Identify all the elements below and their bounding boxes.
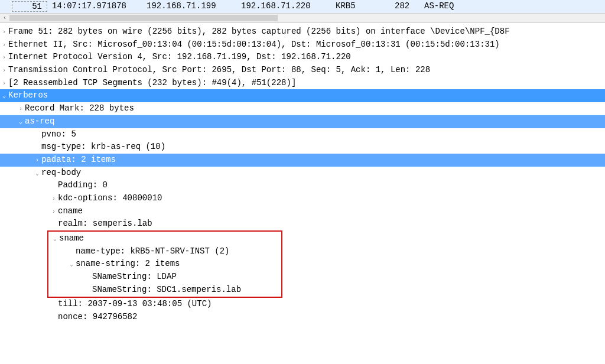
spacer-icon: ·	[84, 286, 92, 295]
tree-cname[interactable]: › cname	[0, 205, 605, 218]
tree-label: nonce: 942796582	[58, 311, 137, 324]
packet-col-no: 51	[12, 1, 47, 12]
spacer-icon: ·	[84, 273, 92, 282]
chevron-down-icon[interactable]: ⌄	[51, 235, 59, 244]
tree-label: Record Mark: 228 bytes	[25, 102, 134, 115]
tree-label: Ethernet II, Src: Microsof_00:13:04 (00:…	[8, 38, 500, 51]
chevron-right-icon[interactable]: ›	[0, 28, 8, 37]
spacer-icon: ·	[33, 131, 41, 140]
chevron-right-icon[interactable]: ›	[0, 53, 8, 63]
scrollbar-thumb[interactable]	[9, 15, 278, 21]
tree-name-type[interactable]: · name-type: kRB5-NT-SRV-INST (2)	[48, 245, 281, 258]
packet-col-len: 282	[390, 1, 419, 12]
tree-label: as-req	[25, 115, 54, 128]
tree-tcp[interactable]: › Transmission Control Protocol, Src Por…	[0, 64, 605, 77]
chevron-right-icon[interactable]: ›	[50, 207, 58, 217]
tree-req-body[interactable]: ⌄ req-body	[0, 167, 605, 180]
chevron-right-icon[interactable]: ›	[17, 105, 25, 114]
tree-label: name-type: kRB5-NT-SRV-INST (2)	[76, 245, 229, 258]
tree-label: till: 2037-09-13 03:48:05 (UTC)	[58, 298, 212, 311]
tree-label: msg-type: krb-as-req (10)	[41, 141, 165, 154]
horizontal-scrollbar[interactable]: ‹	[0, 14, 605, 23]
tree-label: kdc-options: 40800010	[58, 192, 162, 205]
tree-kdc-options[interactable]: › kdc-options: 40800010	[0, 192, 605, 205]
spacer-icon: ·	[50, 220, 58, 229]
chevron-down-icon[interactable]: ⌄	[67, 260, 76, 269]
tree-label: SNameString: LDAP	[92, 271, 177, 284]
scroll-left-icon[interactable]: ‹	[0, 14, 9, 22]
tree-padata[interactable]: › padata: 2 items	[0, 154, 605, 167]
tree-label: pvno: 5	[41, 128, 76, 141]
tree-label: Transmission Control Protocol, Src Port:…	[8, 64, 430, 77]
chevron-right-icon[interactable]: ›	[33, 156, 41, 165]
tree-pvno[interactable]: · pvno: 5	[0, 128, 605, 141]
tree-label: padata: 2 items	[41, 154, 116, 167]
tree-label: SNameString: SDC1.semperis.lab	[92, 284, 241, 297]
spacer-icon: ·	[67, 248, 76, 257]
spacer-icon: ·	[50, 181, 58, 191]
chevron-down-icon[interactable]: ⌄	[0, 92, 8, 101]
tree-ethernet[interactable]: › Ethernet II, Src: Microsof_00:13:04 (0…	[0, 38, 605, 51]
spacer-icon: ·	[33, 143, 41, 152]
packet-list: 51 14:07:17.971878 192.168.71.199 192.16…	[0, 0, 605, 14]
packet-col-time: 14:07:17.971878	[47, 1, 142, 12]
tree-sname-item[interactable]: · SNameString: LDAP	[48, 271, 281, 284]
tree-kerberos[interactable]: ⌄ Kerberos	[0, 89, 605, 102]
tree-label: sname	[59, 232, 84, 245]
tree-as-req[interactable]: ⌄ as-req	[0, 115, 605, 128]
tree-label: realm: semperis.lab	[58, 217, 152, 230]
tree-reassembled[interactable]: › [2 Reassembled TCP Segments (232 bytes…	[0, 77, 605, 90]
packet-col-dst: 192.168.71.220	[236, 1, 331, 12]
chevron-right-icon[interactable]: ›	[50, 194, 58, 204]
tree-sname[interactable]: ⌄ sname	[48, 232, 281, 245]
spacer-icon: ·	[50, 300, 58, 310]
tree-till[interactable]: · till: 2037-09-13 03:48:05 (UTC)	[0, 298, 605, 311]
tree-label: [2 Reassembled TCP Segments (232 bytes):…	[8, 77, 296, 90]
packet-col-proto: KRB5	[331, 1, 390, 12]
packet-col-src: 192.168.71.199	[142, 1, 236, 12]
packet-col-info: AS-REQ	[419, 1, 605, 12]
tree-ip[interactable]: › Internet Protocol Version 4, Src: 192.…	[0, 51, 605, 64]
tree-sname-item[interactable]: · SNameString: SDC1.semperis.lab	[48, 284, 281, 297]
highlight-box-sname: ⌄ sname · name-type: kRB5-NT-SRV-INST (2…	[47, 230, 282, 298]
chevron-down-icon[interactable]: ⌄	[33, 169, 41, 178]
chevron-right-icon[interactable]: ›	[0, 41, 8, 50]
tree-padding[interactable]: · Padding: 0	[0, 179, 605, 192]
tree-label: Padding: 0	[58, 179, 108, 192]
tree-frame[interactable]: › Frame 51: 282 bytes on wire (2256 bits…	[0, 25, 605, 38]
packet-details: › Frame 51: 282 bytes on wire (2256 bits…	[0, 23, 605, 324]
tree-label: Internet Protocol Version 4, Src: 192.16…	[8, 51, 351, 64]
tree-label: sname-string: 2 items	[76, 258, 180, 271]
tree-nonce[interactable]: · nonce: 942796582	[0, 311, 605, 324]
tree-label: req-body	[41, 167, 81, 180]
tree-label: cname	[58, 205, 83, 218]
packet-row[interactable]: 51 14:07:17.971878 192.168.71.199 192.16…	[0, 0, 605, 13]
tree-realm[interactable]: · realm: semperis.lab	[0, 217, 605, 230]
chevron-down-icon[interactable]: ⌄	[17, 118, 25, 127]
chevron-right-icon[interactable]: ›	[0, 79, 8, 89]
tree-record-mark[interactable]: › Record Mark: 228 bytes	[0, 102, 605, 115]
tree-label: Kerberos	[8, 89, 48, 102]
scrollbar-track[interactable]	[9, 15, 605, 21]
tree-label: Frame 51: 282 bytes on wire (2256 bits),…	[8, 25, 510, 38]
tree-sname-string[interactable]: ⌄ sname-string: 2 items	[48, 258, 281, 271]
chevron-right-icon[interactable]: ›	[0, 66, 8, 76]
tree-msg-type[interactable]: · msg-type: krb-as-req (10)	[0, 141, 605, 154]
spacer-icon: ·	[50, 313, 58, 323]
